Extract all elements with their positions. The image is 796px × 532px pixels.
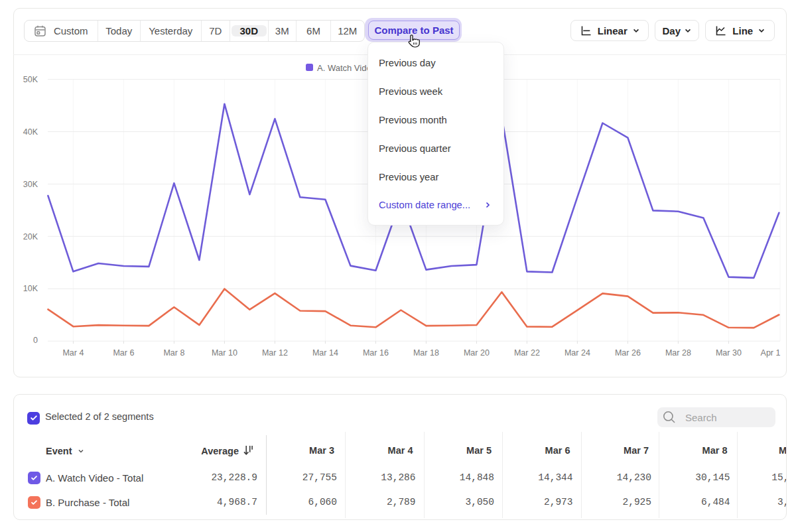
svg-text:Mar 20: Mar 20 [464,348,490,358]
svg-text:Mar 22: Mar 22 [514,348,540,358]
svg-text:40K: 40K [23,127,38,137]
svg-text:Mar 18: Mar 18 [413,348,439,358]
svg-text:Mar 6: Mar 6 [113,348,134,358]
svg-text:10K: 10K [23,284,38,293]
svg-text:Mar 4: Mar 4 [62,348,84,358]
svg-text:Mar 12: Mar 12 [262,348,288,358]
svg-text:Mar 30: Mar 30 [716,348,742,358]
svg-text:Mar 26: Mar 26 [615,348,641,358]
svg-text:Mar 24: Mar 24 [564,348,590,358]
svg-text:Mar 14: Mar 14 [312,348,338,358]
svg-text:Mar 8: Mar 8 [163,348,184,358]
svg-text:Apr 1: Apr 1 [761,348,781,358]
svg-text:20K: 20K [23,232,38,241]
svg-text:Mar 28: Mar 28 [665,348,691,358]
svg-text:0: 0 [33,336,38,345]
svg-text:30K: 30K [23,180,38,189]
svg-text:Mar 10: Mar 10 [212,348,237,358]
svg-text:50K: 50K [23,75,38,84]
svg-text:Mar 16: Mar 16 [363,348,389,358]
